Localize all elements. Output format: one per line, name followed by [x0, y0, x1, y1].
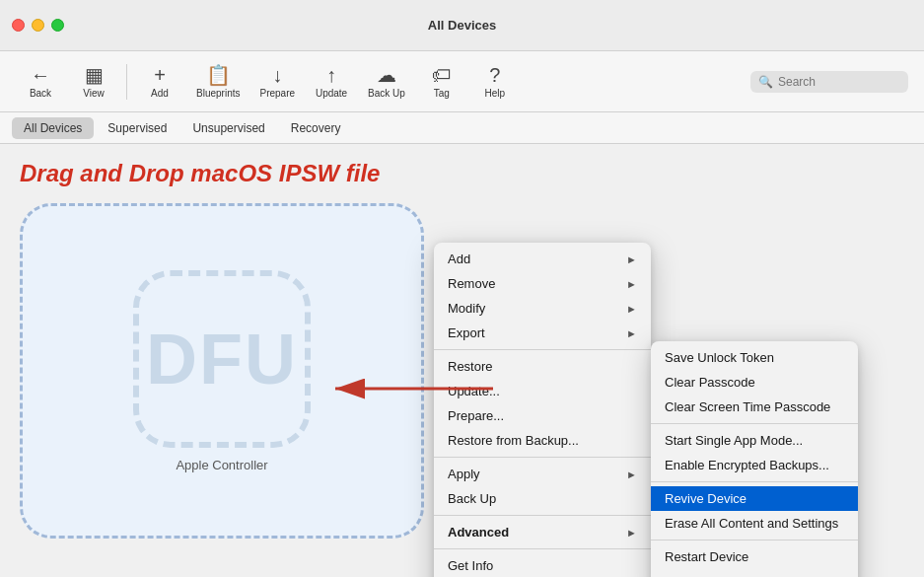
cm-apply-arrow: ► — [626, 469, 637, 480]
back-button[interactable]: ← Back — [16, 56, 65, 108]
cm-export-label: Export — [448, 325, 485, 340]
cm-apply-label: Apply — [448, 467, 480, 481]
cm-modify-arrow: ► — [626, 303, 637, 315]
back-icon: ← — [31, 65, 50, 85]
help-icon: ? — [489, 65, 500, 85]
tag-icon: 🏷 — [432, 65, 452, 85]
tabs-bar: All Devices Supervised Unsupervised Reco… — [0, 112, 924, 144]
drop-zone-label: Apple Controller — [176, 458, 267, 472]
cm-add[interactable]: Add ► — [434, 247, 651, 271]
sub-sep-3 — [651, 540, 858, 541]
sub-clear-passcode[interactable]: Clear Passcode — [651, 370, 858, 395]
add-button[interactable]: + Add — [135, 56, 184, 108]
cm-advanced[interactable]: Advanced ► — [434, 520, 651, 544]
cm-sep-4 — [434, 548, 651, 549]
help-label: Help — [485, 88, 506, 99]
add-label: Add — [151, 88, 169, 99]
window-title: All Devices — [428, 18, 496, 33]
sub-clear-screen-time[interactable]: Clear Screen Time Passcode — [651, 395, 858, 419]
backup-icon: ☁ — [377, 65, 396, 85]
blueprints-button[interactable]: 📋 Blueprints — [188, 56, 248, 108]
update-label: Update — [316, 88, 347, 99]
cm-modify[interactable]: Modify ► — [434, 296, 651, 321]
sub-save-unlock[interactable]: Save Unlock Token — [651, 345, 858, 370]
prepare-label: Prepare — [259, 88, 295, 99]
blueprints-label: Blueprints — [196, 88, 240, 99]
cm-get-info[interactable]: Get Info — [434, 553, 651, 577]
backup-button[interactable]: ☁ Back Up — [360, 56, 413, 108]
help-button[interactable]: ? Help — [470, 56, 520, 108]
cm-backup[interactable]: Back Up — [434, 486, 651, 511]
cm-sep-3 — [434, 515, 651, 516]
sub-erase-content-label: Erase All Content and Settings — [665, 516, 838, 531]
tab-all-devices[interactable]: All Devices — [12, 117, 94, 139]
sub-menu-advanced: Save Unlock Token Clear Passcode Clear S… — [651, 341, 858, 577]
tab-supervised[interactable]: Supervised — [96, 117, 178, 139]
toolbar-separator — [126, 64, 127, 100]
add-icon: + — [154, 65, 166, 85]
cm-get-info-label: Get Info — [448, 558, 493, 573]
sub-enable-backups-label: Enable Encrypted Backups... — [665, 458, 829, 472]
blueprints-icon: 📋 — [206, 65, 231, 85]
titlebar: All Devices — [0, 0, 924, 51]
sub-clear-passcode-label: Clear Passcode — [665, 375, 755, 390]
content-area: Drag and Drop macOS IPSW file DFU Apple … — [0, 144, 924, 577]
cm-remove-arrow: ► — [626, 278, 637, 290]
sub-clear-screen-time-label: Clear Screen Time Passcode — [665, 399, 830, 414]
sub-restart-label: Restart Device — [665, 549, 748, 564]
back-label: Back — [30, 88, 51, 99]
cm-apply[interactable]: Apply ► — [434, 462, 651, 486]
view-label: View — [83, 88, 105, 99]
prepare-icon: ↓ — [272, 65, 282, 85]
backup-label: Back Up — [368, 88, 405, 99]
cm-export-arrow: ► — [626, 327, 637, 339]
tab-unsupervised[interactable]: Unsupervised — [180, 117, 276, 139]
cm-advanced-label: Advanced — [448, 525, 509, 540]
update-button[interactable]: ↑ Update — [307, 56, 356, 108]
sub-enable-backups[interactable]: Enable Encrypted Backups... — [651, 453, 858, 477]
sub-erase-content[interactable]: Erase All Content and Settings — [651, 511, 858, 536]
cm-add-arrow: ► — [626, 253, 637, 265]
dfu-label: DFU — [146, 319, 298, 399]
cm-add-label: Add — [448, 252, 470, 266]
dnd-heading: Drag and Drop macOS IPSW file — [20, 160, 904, 187]
prepare-button[interactable]: ↓ Prepare — [251, 56, 303, 108]
toolbar: ← Back ▦ View + Add 📋 Blueprints ↓ Prepa… — [0, 51, 924, 112]
tab-recovery[interactable]: Recovery — [279, 117, 353, 139]
cm-backup-label: Back Up — [448, 491, 496, 506]
cm-advanced-arrow: ► — [626, 527, 637, 539]
sub-restart[interactable]: Restart Device — [651, 544, 858, 569]
tag-label: Tag — [434, 88, 450, 99]
sub-revive-device[interactable]: Revive Device — [651, 486, 858, 511]
search-icon: 🔍 — [758, 75, 773, 89]
cm-remove[interactable]: Remove ► — [434, 271, 651, 296]
sub-single-app[interactable]: Start Single App Mode... — [651, 428, 858, 453]
zoom-button[interactable] — [51, 19, 64, 32]
minimize-button[interactable] — [32, 19, 44, 32]
sub-revive-device-label: Revive Device — [665, 491, 746, 506]
cm-prepare-label: Prepare... — [448, 408, 504, 423]
cm-remove-label: Remove — [448, 276, 495, 291]
cm-sep-1 — [434, 349, 651, 350]
cm-modify-label: Modify — [448, 301, 485, 316]
cm-sep-2 — [434, 457, 651, 458]
tag-button[interactable]: 🏷 Tag — [417, 56, 466, 108]
arrow-annotation — [325, 371, 503, 410]
sub-shutdown[interactable]: Shut Down Device — [651, 569, 858, 577]
update-icon: ↑ — [326, 65, 336, 85]
sub-single-app-label: Start Single App Mode... — [665, 433, 803, 448]
dfu-icon: DFU — [133, 270, 311, 448]
sub-sep-2 — [651, 481, 858, 482]
search-box[interactable]: 🔍 — [750, 71, 908, 93]
cm-restore-backup-label: Restore from Backup... — [448, 433, 579, 448]
search-input[interactable] — [778, 75, 896, 89]
cm-export[interactable]: Export ► — [434, 321, 651, 345]
close-button[interactable] — [12, 19, 25, 32]
view-icon: ▦ — [85, 65, 104, 85]
sub-save-unlock-label: Save Unlock Token — [665, 350, 774, 365]
view-button[interactable]: ▦ View — [69, 56, 118, 108]
traffic-lights — [12, 19, 64, 32]
sub-sep-1 — [651, 423, 858, 424]
cm-restore-backup[interactable]: Restore from Backup... — [434, 428, 651, 453]
